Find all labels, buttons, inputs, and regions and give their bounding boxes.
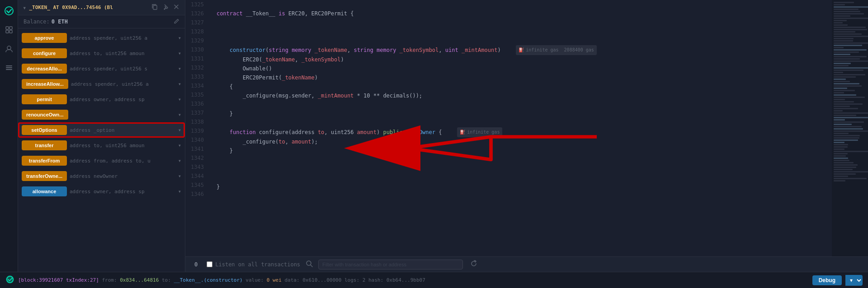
close-button[interactable] xyxy=(172,3,180,12)
function-item-transferOwne[interactable]: transferOwne...address newOwner▾ xyxy=(18,168,185,184)
function-item-setOptions[interactable]: setOptionsaddress _option▾ xyxy=(18,122,185,138)
token-fn-name: onlyOwner xyxy=(406,128,435,137)
code-line: } xyxy=(217,182,825,191)
function-item-permit[interactable]: permitaddress owner, address sp▾ xyxy=(18,92,185,107)
function-item-transfer[interactable]: transferaddress to, uint256 amoun▾ xyxy=(18,138,185,153)
function-button-renounceOwn[interactable]: renounceOwn... xyxy=(22,110,68,120)
svg-rect-9 xyxy=(153,5,157,9)
edit-balance-icon[interactable] xyxy=(174,18,179,25)
function-arrow-transfer[interactable]: ▾ xyxy=(178,142,181,149)
function-button-permit[interactable]: permit xyxy=(22,94,67,104)
svg-point-5 xyxy=(7,46,11,50)
line-number: 1330 xyxy=(191,45,204,54)
logo-icon[interactable] xyxy=(2,4,16,18)
token-param: _mintAmount xyxy=(462,46,497,55)
function-params-permit: address owner, address sp xyxy=(70,97,175,102)
line-number: 1342 xyxy=(191,153,204,163)
nav-icon-3[interactable] xyxy=(2,60,16,75)
tx-from-addr: 0x834...64816 xyxy=(120,277,159,283)
line-number: 1338 xyxy=(191,117,204,126)
search-icon[interactable] xyxy=(306,260,313,269)
token-plain: ) xyxy=(315,73,318,82)
svg-rect-3 xyxy=(6,30,9,33)
token-plain: , uint256 xyxy=(324,128,357,137)
line-number: 1337 xyxy=(191,108,204,117)
function-item-renounceOwn[interactable]: renounceOwn...▾ xyxy=(18,107,185,122)
listen-label[interactable]: Listen on all transactions xyxy=(207,261,300,268)
filter-input[interactable] xyxy=(318,260,463,269)
function-button-approve[interactable]: approve xyxy=(22,33,67,43)
token-kw: memory xyxy=(292,46,311,55)
code-line: { xyxy=(217,82,825,91)
function-arrow-allowance[interactable]: ▾ xyxy=(178,188,181,195)
functions-list: approveaddress spender, uint256 a▾config… xyxy=(18,28,185,272)
code-line: Ownable() xyxy=(217,64,825,73)
code-line: _configure(to, amount); xyxy=(217,137,825,146)
token-kw: string xyxy=(269,46,288,55)
function-arrow-renounceOwn[interactable]: ▾ xyxy=(178,111,181,118)
token-plain: , xyxy=(295,55,301,64)
function-button-configure[interactable]: configure xyxy=(22,48,67,58)
token-plain: , xyxy=(347,46,354,55)
token-plain: ERC20( xyxy=(217,55,262,64)
line-number: 1340 xyxy=(191,135,204,144)
function-arrow-transferFrom[interactable]: ▾ xyxy=(178,158,181,164)
token-plain: _configure( xyxy=(217,137,278,146)
token-plain: configure(address xyxy=(256,128,318,137)
debug-button[interactable]: Debug xyxy=(812,275,842,285)
function-button-increaseAllow[interactable]: increaseAllow... xyxy=(22,79,68,89)
line-number: 1333 xyxy=(191,72,204,81)
function-arrow-permit[interactable]: ▾ xyxy=(178,96,181,102)
function-arrow-configure[interactable]: ▾ xyxy=(178,50,181,56)
line-number: 1335 xyxy=(191,90,204,99)
function-arrow-approve[interactable]: ▾ xyxy=(178,35,181,41)
function-button-transferOwne[interactable]: transferOwne... xyxy=(22,171,67,181)
function-item-decreaseAllo[interactable]: decreaseAllo...address spender, uint256 … xyxy=(18,61,185,76)
function-item-increaseAllow[interactable]: increaseAllow...address spender, uint256… xyxy=(18,76,185,92)
code-line xyxy=(217,100,825,109)
function-params-allowance: address owner, address sp xyxy=(70,189,175,195)
function-button-transfer[interactable]: transfer xyxy=(22,140,67,150)
copy-button[interactable] xyxy=(151,3,159,12)
line-number: 1334 xyxy=(191,81,204,90)
token-param: amount xyxy=(357,128,377,137)
function-arrow-transferOwne[interactable]: ▾ xyxy=(178,173,181,179)
nav-icon-1[interactable] xyxy=(2,23,16,37)
function-button-setOptions[interactable]: setOptions xyxy=(22,125,67,135)
function-button-transferFrom[interactable]: transferFrom xyxy=(22,156,67,166)
svg-line-14 xyxy=(311,265,312,267)
code-line: constructor(string memory _tokenName, st… xyxy=(217,45,825,55)
token-plain xyxy=(288,46,292,55)
code-line: ERC20(_tokenName, _tokenSymbol) xyxy=(217,55,825,64)
code-line xyxy=(217,155,825,164)
collapse-icon[interactable]: ▾ xyxy=(23,4,26,11)
function-item-configure[interactable]: configureaddress to, uint256 amoun▾ xyxy=(18,46,185,61)
function-params-setOptions: address _option xyxy=(70,127,175,133)
nav-icon-2[interactable] xyxy=(2,42,16,56)
token-plain: Ownable() xyxy=(217,64,272,73)
token-plain: ); xyxy=(311,137,317,146)
function-item-transferFrom[interactable]: transferFromaddress from, address to, u▾ xyxy=(18,153,185,168)
function-arrow-increaseAllow[interactable]: ▾ xyxy=(178,81,181,87)
refresh-icon[interactable] xyxy=(470,260,477,269)
pin-button[interactable] xyxy=(161,3,170,12)
tx-value: 0 wei xyxy=(267,277,282,283)
function-arrow-decreaseAllo[interactable]: ▾ xyxy=(178,65,181,72)
code-view[interactable]: 1325132613271328132913301331133213331334… xyxy=(185,0,832,256)
function-params-increaseAllow: address spender, uint256 a xyxy=(71,81,175,87)
code-line xyxy=(217,173,825,182)
debug-dropdown[interactable]: ▾ xyxy=(845,275,863,286)
listen-checkbox[interactable] xyxy=(207,261,212,267)
token-kw: is xyxy=(278,9,285,18)
balance-label: Balance: xyxy=(24,19,50,25)
function-button-allowance[interactable]: allowance xyxy=(22,186,67,196)
line-number: 1341 xyxy=(191,144,204,153)
function-button-decreaseAllo[interactable]: decreaseAllo... xyxy=(22,64,67,74)
token-plain xyxy=(311,46,314,55)
function-item-allowance[interactable]: allowanceaddress owner, address sp▾ xyxy=(18,184,185,199)
function-item-approve[interactable]: approveaddress spender, uint256 a▾ xyxy=(18,30,185,46)
line-number: 1346 xyxy=(191,190,204,199)
token-plain: , xyxy=(439,46,445,55)
function-arrow-setOptions[interactable]: ▾ xyxy=(178,127,181,133)
tx-data-label: data: xyxy=(284,277,302,283)
